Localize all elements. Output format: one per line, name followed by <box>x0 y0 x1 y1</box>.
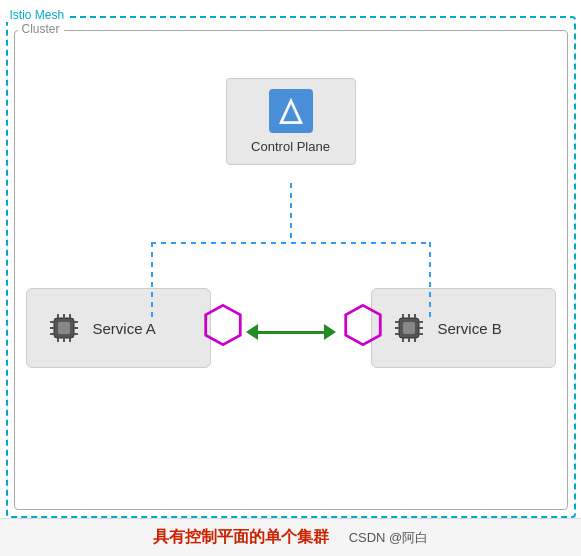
proxy-a-hexagon <box>201 303 245 351</box>
service-b-label: Service B <box>438 320 502 337</box>
arrow-line <box>258 331 324 334</box>
istio-mesh-label: Istio Mesh <box>6 8 69 22</box>
service-a-label: Service A <box>93 320 156 337</box>
svg-marker-32 <box>345 305 380 344</box>
service-a-chip-icon <box>45 309 83 347</box>
dashed-line-right <box>429 242 431 322</box>
arrow-head-right-icon <box>324 324 336 340</box>
diagram-container: Istio Mesh Cluster Control Plane <box>6 8 576 518</box>
proxy-b-hexagon <box>341 303 385 351</box>
svg-marker-31 <box>205 305 240 344</box>
svg-rect-4 <box>58 322 70 334</box>
dashed-line-vertical <box>290 183 292 243</box>
footer: 具有控制平面的单个集群 CSDN @阿白 <box>0 518 581 556</box>
dashed-line-horizontal <box>151 242 431 244</box>
footer-author: CSDN @阿白 <box>349 529 429 547</box>
service-b-chip-icon <box>390 309 428 347</box>
dashed-line-left <box>151 242 153 322</box>
footer-title: 具有控制平面的单个集群 <box>153 527 329 548</box>
service-a-box: Service A <box>26 288 211 368</box>
istio-icon <box>269 89 313 133</box>
svg-rect-18 <box>403 322 415 334</box>
cluster-label: Cluster <box>18 22 64 36</box>
proxy-communication-arrow <box>246 324 336 340</box>
control-plane-box: Control Plane <box>226 78 356 165</box>
service-b-box: Service B <box>371 288 556 368</box>
arrow-head-left-icon <box>246 324 258 340</box>
control-plane-label: Control Plane <box>251 139 330 154</box>
